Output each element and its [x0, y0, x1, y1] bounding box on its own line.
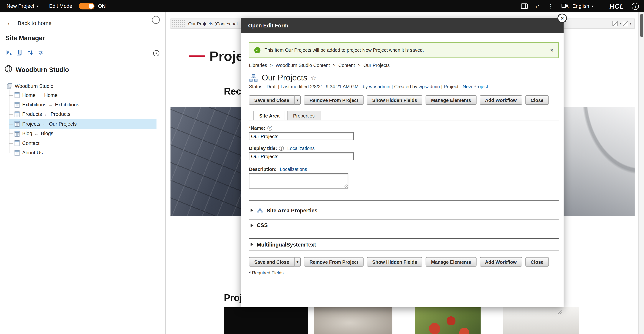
item-title: Our Projects: [262, 73, 307, 82]
tree-item-products[interactable]: Products ← Products: [9, 110, 157, 119]
status-text: Status - Draft | Last modified 2/8/21, 9…: [249, 84, 369, 89]
favorite-star-icon[interactable]: ☆: [311, 74, 316, 82]
compass-icon[interactable]: [153, 50, 160, 57]
save-options-button[interactable]: ▾: [294, 257, 301, 266]
copy-item-icon[interactable]: [16, 50, 22, 56]
site-header: Woodburn Studio: [4, 65, 69, 74]
section-label: CSS: [257, 222, 268, 228]
kebab-menu-icon[interactable]: ⋮: [548, 3, 554, 9]
section-site-area-properties[interactable]: Site Area Properties: [249, 200, 559, 219]
description-label: Description:: [249, 167, 276, 172]
success-banner: ✓ This item Our Projects will be added t…: [249, 42, 559, 58]
project-link[interactable]: New Project: [462, 84, 488, 89]
move-up-down-icon[interactable]: [27, 50, 33, 56]
portlet-menu-icon[interactable]: [623, 21, 628, 26]
tree-item-about-us[interactable]: About Us: [9, 148, 157, 158]
dialog-header: Open Edit Form: [241, 18, 564, 33]
language-menu[interactable]: A English ▾: [562, 3, 594, 9]
tab-properties[interactable]: Properties: [287, 111, 320, 120]
help-icon[interactable]: ?: [279, 146, 284, 151]
tree-item-label: Products: [22, 112, 42, 117]
help-icon[interactable]: ?: [267, 126, 272, 131]
add-workflow-button[interactable]: Add Workflow: [480, 257, 522, 266]
back-to-home-link[interactable]: ← Back to home: [6, 19, 52, 27]
localizations-link[interactable]: Localizations: [280, 167, 307, 172]
expand-arrow-icon: [251, 209, 254, 212]
show-hidden-fields-button[interactable]: Show Hidden Fields: [367, 257, 422, 266]
new-content-icon[interactable]: [6, 50, 12, 56]
tree-item-contact[interactable]: Contact: [9, 138, 157, 148]
modified-by-link[interactable]: wpsadmin: [369, 84, 390, 89]
site-tree: Woodburn Studio Home ← Home Exhibitions …: [0, 82, 165, 158]
breadcrumb-current[interactable]: Our Projects: [363, 63, 390, 68]
back-arrow-icon: ←: [6, 19, 13, 27]
name-input[interactable]: [249, 132, 354, 140]
scrollbar-thumb[interactable]: [640, 14, 644, 37]
remove-from-project-button[interactable]: Remove From Project: [304, 95, 364, 105]
map-arrow-icon: ←: [42, 122, 47, 126]
topbar-left: New Project ▾ Edit Mode: ON: [0, 3, 106, 10]
resize-handle[interactable]: [557, 310, 562, 314]
name-label: *Name:: [249, 126, 265, 131]
add-workflow-button[interactable]: Add Workflow: [480, 95, 522, 105]
chevron-down-icon: ▾: [37, 4, 38, 8]
portlet-edit-icon[interactable]: [612, 21, 618, 26]
site-manager-sidebar: ← Back to home ← Site Manager: [0, 12, 166, 334]
site-area-icon: [249, 74, 258, 82]
site-root-icon: [6, 83, 12, 90]
collapse-panel-button[interactable]: ←: [152, 16, 160, 24]
sidebar-title: Site Manager: [6, 34, 45, 42]
created-by-link[interactable]: wpsadmin: [418, 84, 440, 89]
link-items-icon[interactable]: [38, 50, 44, 56]
preview-panel-icon[interactable]: [521, 3, 528, 9]
page-icon: [14, 102, 20, 108]
banner-close-icon[interactable]: ×: [550, 47, 553, 53]
breadcrumb-library[interactable]: Woodburn Studio Content: [276, 63, 330, 68]
section-css[interactable]: CSS: [249, 219, 559, 231]
breadcrumb-libraries[interactable]: Libraries: [249, 63, 267, 68]
dialog-body: ✓ This item Our Projects will be added t…: [241, 42, 564, 316]
tree-item-target: Our Projects: [49, 121, 77, 127]
tree-root-label: Woodburn Studio: [15, 84, 54, 89]
tree-item-projects[interactable]: Projects ← Our Projects: [9, 119, 157, 129]
remove-from-project-button[interactable]: Remove From Project: [304, 257, 364, 266]
tree-item-exhibitions[interactable]: Exhibitions ← Exhibitions: [9, 100, 157, 110]
tree-items: Home ← Home Exhibitions ← Exhibitions Pr…: [9, 90, 165, 158]
tree-root[interactable]: Woodburn Studio: [0, 82, 165, 90]
breadcrumb-content[interactable]: Content: [338, 63, 355, 68]
status-text: | Project -: [440, 84, 463, 89]
map-arrow-icon: ←: [38, 93, 42, 98]
section-multilingual-system-text[interactable]: MultilingualSystemText: [249, 238, 559, 250]
display-title-label-row: Display title: ? Localizations: [249, 146, 559, 151]
save-and-close-button[interactable]: Save and Close: [249, 95, 294, 105]
hcl-logo: HCL: [610, 2, 624, 10]
localizations-link[interactable]: Localizations: [287, 146, 314, 151]
save-options-button[interactable]: ▾: [294, 95, 301, 105]
tree-item-label: Exhibitions: [22, 102, 46, 108]
tree-item-home[interactable]: Home ← Home: [9, 90, 157, 100]
tab-site-area[interactable]: Site Area: [254, 111, 285, 120]
save-and-close-button[interactable]: Save and Close: [249, 257, 294, 266]
page-scrollbar[interactable]: [638, 12, 644, 334]
chevron-down-icon[interactable]: ▾: [630, 22, 632, 26]
manage-elements-button[interactable]: Manage Elements: [426, 257, 476, 266]
close-button[interactable]: Close: [525, 257, 549, 266]
recent-heading: Rec: [224, 86, 241, 97]
close-button[interactable]: Close: [525, 95, 549, 105]
sidebar-toolbar: [6, 50, 44, 56]
edit-mode-toggle[interactable]: [79, 3, 94, 10]
chevron-down-icon[interactable]: ▾: [620, 22, 621, 26]
home-icon[interactable]: ⌂: [536, 3, 540, 10]
display-title-input[interactable]: [249, 152, 354, 160]
drag-handle[interactable]: [171, 19, 185, 28]
status-line: Status - Draft | Last modified 2/8/21, 9…: [249, 84, 559, 89]
manage-elements-button[interactable]: Manage Elements: [426, 95, 476, 105]
project-menu[interactable]: New Project ▾: [6, 3, 38, 9]
dialog-close-button[interactable]: ×: [558, 14, 567, 23]
info-icon[interactable]: i: [632, 2, 639, 10]
description-textarea[interactable]: [249, 173, 348, 188]
site-name: Woodburn Studio: [16, 66, 69, 74]
description-label-row: Description: Localizations: [249, 167, 559, 172]
tree-item-blog[interactable]: Blog ← Blogs: [9, 129, 157, 138]
show-hidden-fields-button[interactable]: Show Hidden Fields: [367, 95, 422, 105]
